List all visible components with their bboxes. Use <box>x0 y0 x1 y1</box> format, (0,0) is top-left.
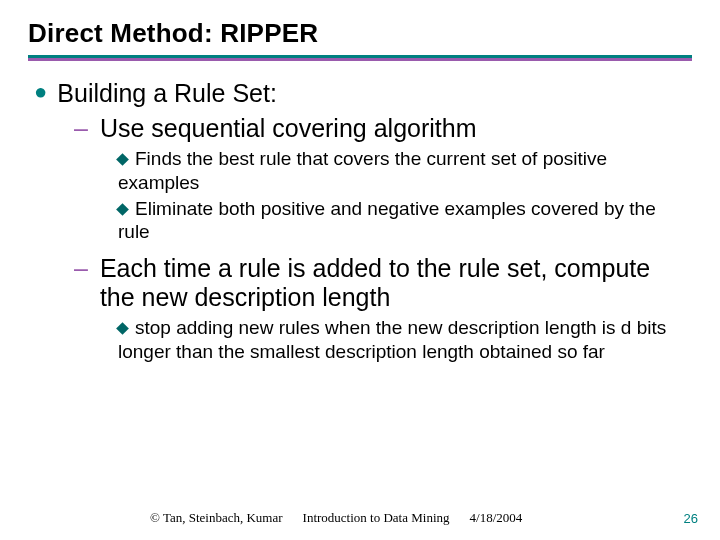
bullet-diamond-icon <box>116 153 129 166</box>
bullet-l2a-text: Use sequential covering algorithm <box>100 114 477 143</box>
slide: Direct Method: RIPPER ● Building a Rule … <box>0 0 720 540</box>
footer: © Tan, Steinbach, Kumar Introduction to … <box>0 510 720 526</box>
footer-page: 26 <box>684 511 698 526</box>
footer-book: Introduction to Data Mining <box>303 510 450 526</box>
bullet-level3-group: Finds the best rule that covers the curr… <box>118 147 686 244</box>
bullet-level3: Eliminate both positive and negative exa… <box>118 197 686 245</box>
bullet-level1: ● Building a Rule Set: <box>34 79 686 108</box>
bullet-level3: Finds the best rule that covers the curr… <box>118 147 686 195</box>
bullet-level2: – Each time a rule is added to the rule … <box>74 254 686 312</box>
bullet-dash-icon: – <box>74 114 88 142</box>
bullet-l2b-text: Each time a rule is added to the rule se… <box>100 254 686 312</box>
bullet-level3: stop adding new rules when the new descr… <box>118 316 686 364</box>
footer-copyright: © Tan, Steinbach, Kumar <box>150 510 283 526</box>
bullet-dash-icon: – <box>74 254 88 282</box>
slide-title: Direct Method: RIPPER <box>28 18 692 49</box>
bullet-l3a1-text: Finds the best rule that covers the curr… <box>118 148 607 193</box>
bullet-level2: – Use sequential covering algorithm <box>74 114 686 143</box>
footer-left: © Tan, Steinbach, Kumar Introduction to … <box>150 510 522 526</box>
slide-body: ● Building a Rule Set: – Use sequential … <box>28 79 692 364</box>
title-divider <box>28 55 692 61</box>
footer-date: 4/18/2004 <box>470 510 523 526</box>
bullet-level3-group: stop adding new rules when the new descr… <box>118 316 686 364</box>
bullet-l1-text: Building a Rule Set: <box>57 79 277 108</box>
bullet-dot-icon: ● <box>34 79 47 104</box>
bullet-diamond-icon <box>116 322 129 335</box>
bullet-diamond-icon <box>116 203 129 216</box>
bullet-l3a2-text: Eliminate both positive and negative exa… <box>118 198 656 243</box>
bullet-l3b1-text: stop adding new rules when the new descr… <box>118 317 666 362</box>
